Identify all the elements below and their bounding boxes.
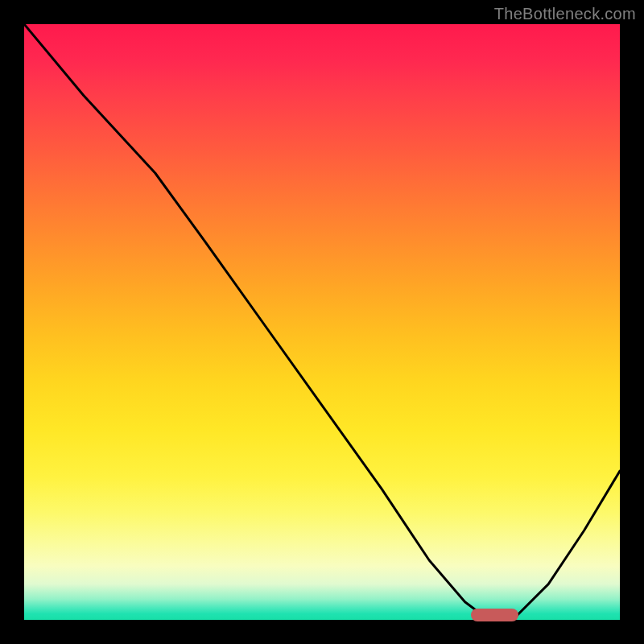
optimal-marker [471, 609, 518, 621]
bottleneck-curve [24, 24, 620, 620]
chart-container: TheBottleneck.com [0, 0, 644, 644]
curve-svg [24, 24, 620, 620]
watermark-text: TheBottleneck.com [494, 5, 636, 23]
